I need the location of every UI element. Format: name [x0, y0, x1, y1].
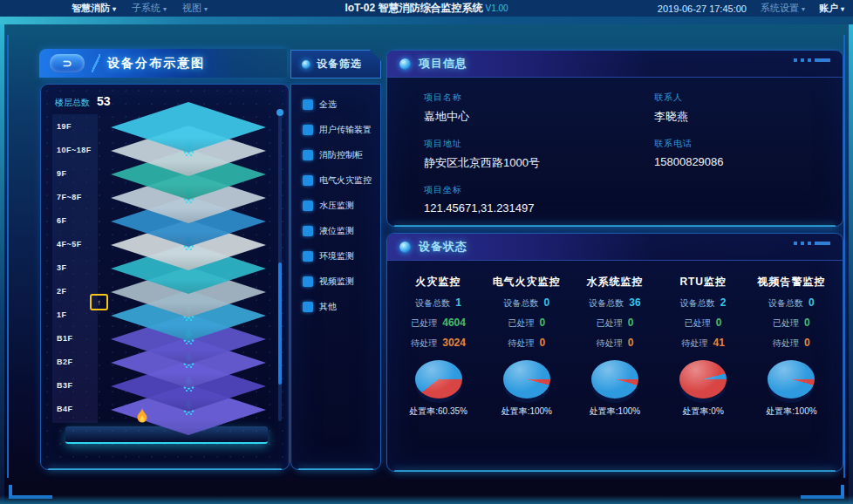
- status-metric-row: 待处理3024: [394, 337, 482, 350]
- menu-view-label: 视图: [182, 3, 201, 13]
- checkbox-icon: [303, 201, 313, 211]
- field-label: 项目名称: [424, 92, 654, 104]
- menu-smart-fire-label: 智慧消防: [72, 3, 110, 13]
- status-metric-row: 待处理41: [659, 337, 747, 350]
- field-contact-person: 联系人 李晓燕: [654, 92, 843, 125]
- top-navbar: 智慧消防▾ 子系统▾ 视图▾ IoT-02 智慧消防综合监控系统 V1.00 2…: [0, 0, 853, 17]
- metric-value: 2: [720, 296, 727, 309]
- metric-label: 设备总数: [589, 297, 624, 310]
- field-label: 项目地址: [424, 138, 654, 150]
- floor-label: 9F: [57, 169, 67, 178]
- filter-item-label: 电气火灾监控: [319, 174, 372, 187]
- floor-label: 19F: [57, 122, 72, 131]
- status-metric-row: 设备总数1: [394, 296, 482, 310]
- filter-checkbox-item[interactable]: 水压监测: [303, 200, 380, 212]
- checkbox-icon: [303, 276, 313, 287]
- project-info-title: 项目信息: [419, 56, 467, 72]
- project-info-panel: 项目信息 项目名称 嘉地中心 联系人 李晓燕 项目地址 静安区北京西路1000号: [386, 50, 843, 227]
- project-info-row: 项目名称 嘉地中心 联系人 李晓燕: [424, 92, 843, 125]
- floor-total-label: 楼层总数: [55, 97, 90, 109]
- metric-value: 4604: [442, 317, 466, 329]
- floor-stack: 19F10F~18F 9F7F~8F 6F4F~5F 3F2F1F ↑B1F: [41, 116, 289, 422]
- chevron-down-icon: ▾: [163, 5, 167, 13]
- menu-account[interactable]: 账户▾: [819, 2, 844, 15]
- chevron-down-icon: ▾: [204, 5, 208, 13]
- metric-label: 待处理: [682, 337, 708, 350]
- status-metric-row: 设备总数36: [570, 296, 659, 310]
- field-value: 15800829086: [654, 155, 843, 168]
- filter-item-label: 全选: [319, 99, 337, 111]
- filter-item-label: 其他: [319, 301, 337, 313]
- checkbox-icon: [303, 226, 313, 236]
- metric-label: 已处理: [685, 317, 711, 330]
- project-info-row: 项目地址 静安区北京西路1000号 联系电话 15800829086: [424, 138, 843, 171]
- floor-label: B2F: [57, 358, 73, 366]
- metric-label: 设备总数: [415, 297, 450, 310]
- filter-checkbox-item[interactable]: 全选: [303, 99, 380, 111]
- metric-value: 0: [539, 337, 545, 349]
- header-slash-deco: [92, 54, 100, 72]
- metric-label: 待处理: [773, 337, 799, 350]
- status-metric-row: 待处理0: [747, 337, 836, 350]
- menu-subsystem[interactable]: 子系统▾: [132, 2, 167, 15]
- orb-icon: [302, 60, 310, 69]
- menu-account-label: 账户: [819, 3, 838, 13]
- app-version: V1.00: [485, 3, 508, 13]
- field-label: 项目坐标: [424, 184, 654, 196]
- field-contact-phone: 联系电话 15800829086: [654, 138, 843, 171]
- filter-checkbox-item[interactable]: 液位监测: [303, 225, 380, 237]
- filter-checkbox-item[interactable]: 消防控制柜: [303, 149, 380, 161]
- device-status-header: 设备状态: [387, 234, 843, 261]
- status-metric-row: 已处理4604: [394, 317, 482, 330]
- field-project-coords: 项目坐标 121.45671,31.231497: [424, 184, 654, 215]
- floor-label: 7F~8F: [57, 193, 82, 201]
- filter-checkbox-item[interactable]: 其他: [303, 301, 380, 313]
- device-filter-tab[interactable]: 设备筛选: [290, 50, 381, 78]
- panel-logo-icon[interactable]: ⊃: [50, 54, 85, 72]
- device-filter-title: 设备筛选: [317, 57, 362, 72]
- filter-checkbox-item[interactable]: 视频监测: [303, 276, 380, 288]
- metric-value: 3024: [442, 337, 466, 349]
- field-empty: [654, 184, 843, 215]
- metric-label: 已处理: [597, 317, 623, 330]
- filter-checkbox-item[interactable]: 环境监测: [303, 250, 380, 262]
- project-info-header: 项目信息: [387, 51, 843, 78]
- floor-row[interactable]: 19F: [41, 116, 289, 140]
- right-circuit-line: [843, 35, 845, 478]
- metric-label: 设备总数: [503, 297, 538, 310]
- metric-value: 0: [804, 337, 810, 349]
- device-status-title: 设备状态: [419, 239, 467, 255]
- status-column-title: 视频告警监控: [747, 275, 836, 289]
- filter-list: 全选用户传输装置消防控制柜电气火灾监控水压监测液位监测环境监测视频监测其他: [291, 85, 380, 313]
- field-value: 121.45671,31.231497: [424, 201, 654, 215]
- field-project-address: 项目地址 静安区北京西路1000号: [424, 138, 654, 171]
- checkbox-icon: [303, 99, 313, 110]
- metric-label: 设备总数: [680, 297, 715, 310]
- field-value: 静安区北京西路1000号: [424, 155, 654, 171]
- metric-value: 36: [629, 296, 640, 309]
- rate-label: 处置率:60.35%: [394, 405, 482, 418]
- status-column: 电气火灾监控设备总数0已处理0待处理0处置率:100%: [482, 269, 570, 418]
- menu-view[interactable]: 视图▾: [182, 2, 208, 15]
- floor-label: 1F: [57, 310, 67, 319]
- filter-checkbox-item[interactable]: 用户传输装置: [303, 124, 380, 136]
- filter-item-label: 用户传输装置: [319, 124, 372, 136]
- right-edge-bar: [849, 24, 853, 504]
- field-label: 联系电话: [654, 138, 843, 150]
- metric-value: 0: [716, 317, 722, 329]
- floor-label: B4F: [57, 405, 73, 413]
- floor-label: 2F: [57, 287, 67, 296]
- metric-value: 41: [713, 337, 725, 349]
- filter-item-label: 消防控制柜: [319, 149, 363, 161]
- status-column: 火灾监控设备总数1已处理4604待处理3024处置率:60.35%: [394, 269, 482, 418]
- filter-item-label: 水压监测: [319, 200, 354, 212]
- left-circuit-line: [7, 35, 9, 478]
- status-metric-row: 设备总数0: [482, 296, 570, 310]
- menu-system-settings[interactable]: 系统设置▾: [761, 2, 805, 15]
- fire-alarm-icon: [135, 407, 149, 425]
- filter-checkbox-item[interactable]: 电气火灾监控: [303, 174, 380, 187]
- metric-label: 待处理: [411, 337, 437, 350]
- header-accent-strip: [0, 17, 853, 24]
- device-filter-panel: 全选用户传输装置消防控制柜电气火灾监控水压监测液位监测环境监测视频监测其他: [290, 84, 381, 470]
- menu-smart-fire[interactable]: 智慧消防▾: [72, 2, 116, 15]
